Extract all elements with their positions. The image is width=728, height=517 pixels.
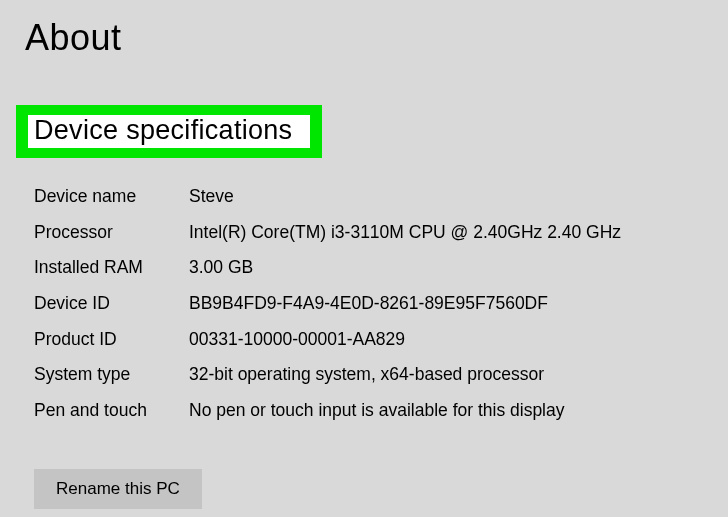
spec-value: BB9B4FD9-F4A9-4E0D-8261-89E95F7560DF xyxy=(189,292,698,316)
device-specifications-header: Device specifications xyxy=(34,115,292,146)
spec-label: Pen and touch xyxy=(34,399,189,423)
spec-value: 32-bit operating system, x64-based proce… xyxy=(189,363,698,387)
spec-label: Device ID xyxy=(34,292,189,316)
spec-row-device-name: Device name Steve xyxy=(34,185,698,209)
spec-value: 3.00 GB xyxy=(189,256,698,280)
spec-label: Installed RAM xyxy=(34,256,189,280)
spec-row-system-type: System type 32-bit operating system, x64… xyxy=(34,363,698,387)
spec-row-device-id: Device ID BB9B4FD9-F4A9-4E0D-8261-89E95F… xyxy=(34,292,698,316)
spec-row-installed-ram: Installed RAM 3.00 GB xyxy=(34,256,698,280)
spec-value: 00331-10000-00001-AA829 xyxy=(189,328,698,352)
spec-label: Product ID xyxy=(34,328,189,352)
spec-label: Processor xyxy=(34,221,189,245)
device-specifications-table: Device name Steve Processor Intel(R) Cor… xyxy=(34,185,698,434)
page-title: About xyxy=(0,0,728,59)
spec-value: Intel(R) Core(TM) i3-3110M CPU @ 2.40GHz… xyxy=(189,221,698,245)
spec-value: No pen or touch input is available for t… xyxy=(189,399,698,423)
spec-label: System type xyxy=(34,363,189,387)
spec-value: Steve xyxy=(189,185,698,209)
section-header-highlight: Device specifications xyxy=(16,105,322,158)
spec-row-pen-and-touch: Pen and touch No pen or touch input is a… xyxy=(34,399,698,423)
spec-label: Device name xyxy=(34,185,189,209)
spec-row-processor: Processor Intel(R) Core(TM) i3-3110M CPU… xyxy=(34,221,698,245)
spec-row-product-id: Product ID 00331-10000-00001-AA829 xyxy=(34,328,698,352)
rename-this-pc-button[interactable]: Rename this PC xyxy=(34,469,202,509)
